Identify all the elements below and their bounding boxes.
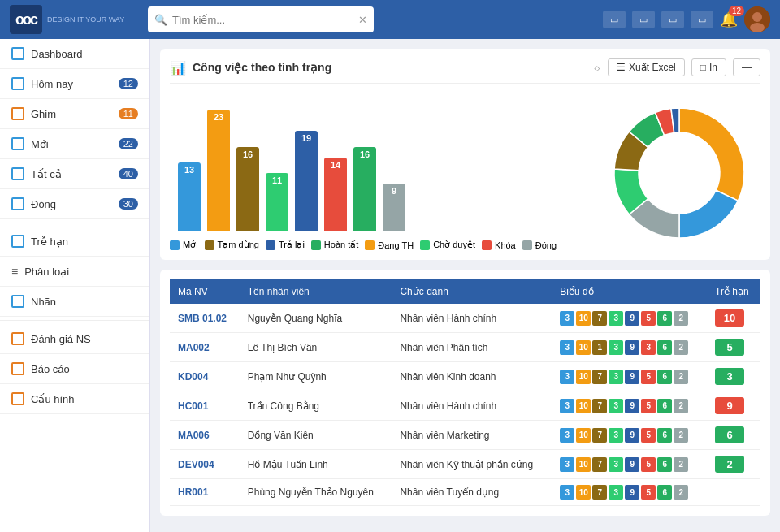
table-row[interactable]: MA006Đồng Văn KiênNhân viên Marketing310…: [170, 421, 760, 450]
legend-dot: [170, 240, 180, 250]
mini-bar: 3: [560, 399, 574, 413]
sidebar-item-ghim[interactable]: Ghim 11: [0, 99, 150, 129]
sidebar-item-homnay[interactable]: Hôm nay 12: [0, 69, 150, 99]
search-bar[interactable]: 🔍 ✕: [148, 6, 374, 32]
trehan-badge: 10: [715, 309, 744, 327]
notification-bell[interactable]: 🔔 12: [720, 11, 738, 28]
cell-name: Nguyễn Quang Nghĩa: [240, 304, 392, 333]
mini-bar: 3: [560, 311, 574, 326]
cell-title: Nhân viên Tuyển dụng: [392, 479, 552, 506]
dashboard-icon: [11, 47, 24, 60]
cell-id: SMB 01.02: [170, 304, 240, 333]
cell-trehan: [707, 479, 760, 506]
print-icon: □: [700, 62, 706, 73]
sidebar-item-trehan[interactable]: Trễ hạn: [0, 227, 150, 257]
bar[interactable]: 19: [295, 131, 318, 231]
cell-bars: 310739562: [552, 362, 707, 391]
mini-bar: 6: [657, 485, 672, 500]
sidebar-item-danhgia[interactable]: Đánh giá NS: [0, 324, 150, 354]
sidebar-item-dashboard[interactable]: Dashboard: [0, 39, 150, 69]
bar-group-Đang TH: 23: [207, 110, 230, 231]
cell-bars: 310139362: [552, 333, 707, 362]
bar-group-Chờ duyệt: 11: [266, 173, 288, 231]
mini-bar: 9: [625, 428, 639, 443]
export-excel-button[interactable]: ☰ Xuất Excel: [608, 58, 685, 76]
legend-label: Khóa: [495, 240, 516, 250]
bar[interactable]: 16: [236, 147, 259, 231]
bar[interactable]: 14: [324, 158, 347, 231]
print-button[interactable]: □ In: [691, 58, 726, 76]
sidebar: Dashboard Hôm nay 12 Ghim 11 Mới 22 Tất …: [0, 39, 150, 532]
mini-bar: 5: [641, 457, 656, 472]
table-row[interactable]: HC001Trần Công BằngNhân viên Hành chính3…: [170, 391, 760, 421]
bar-chart-area: 132316111914169 MớiTạm dừngTrả lạiHoàn t…: [170, 93, 585, 250]
homnay-count: 12: [119, 78, 138, 89]
bar-group-Mới: 13: [178, 162, 201, 231]
table-row[interactable]: MA002Lê Thị Bích VânNhân viên Phân tích3…: [170, 333, 760, 362]
sidebar-divider-1: [0, 223, 150, 223]
mini-bar: 7: [592, 457, 607, 472]
table-row[interactable]: HR001Phùng Nguyễn Thảo NguyênNhân viên T…: [170, 479, 760, 506]
cell-bars: 310739562: [552, 421, 707, 450]
cell-trehan: 10: [707, 304, 760, 333]
mini-bar: 2: [674, 311, 688, 326]
mini-bar: 5: [641, 399, 656, 413]
sidebar-item-moi[interactable]: Mới 22: [0, 129, 150, 159]
donut-segment: [679, 108, 744, 201]
cell-trehan: 5: [707, 333, 760, 362]
bar-group-Tạm dừng: 16: [236, 147, 259, 231]
bar[interactable]: 9: [383, 184, 405, 231]
legend-label: Trả lại: [279, 240, 305, 250]
avatar[interactable]: [744, 6, 770, 32]
panel-menu-button[interactable]: —: [733, 58, 760, 76]
table-col-header: Biểu đồ: [552, 279, 707, 304]
legend-label: Đóng: [535, 240, 557, 250]
table-col-header: Chức danh: [392, 279, 552, 304]
window-icon-3[interactable]: ▭: [661, 11, 684, 28]
table-row[interactable]: KD004Phạm Như QuỳnhNhân viên Kinh doanh3…: [170, 362, 760, 391]
sidebar-item-nhan[interactable]: Nhãn: [0, 287, 150, 317]
legend-item: Hoàn tất: [311, 240, 358, 250]
legend-dot: [311, 240, 321, 250]
search-clear-icon[interactable]: ✕: [358, 14, 367, 26]
sidebar-label-phanloai: Phân loại: [24, 266, 138, 278]
chart-legend: MớiTạm dừngTrả lạiHoàn tấtĐang THChờ duy…: [170, 240, 585, 250]
mini-bar: 7: [592, 399, 607, 413]
sidebar-item-cauhinh[interactable]: Cấu hình: [0, 384, 150, 414]
mini-bar: 6: [657, 399, 672, 413]
search-icon: 🔍: [154, 14, 167, 26]
bar[interactable]: 13: [178, 162, 201, 231]
mini-bar: 6: [657, 428, 672, 443]
sidebar-item-baocao[interactable]: Báo cáo: [0, 354, 150, 384]
sidebar-item-dong[interactable]: Đóng 30: [0, 189, 150, 219]
mini-bar: 5: [641, 428, 656, 443]
topbar: ooc DESIGN IT YOUR WAY 🔍 ✕ ▭ ▭ ▭ ▭ 🔔 12: [0, 0, 780, 39]
sidebar-item-tatca[interactable]: Tất cả 40: [0, 159, 150, 189]
donut-chart-area: [598, 96, 760, 250]
legend-item: Trả lại: [266, 240, 305, 250]
search-input[interactable]: [172, 14, 353, 26]
mini-bar: 3: [609, 399, 623, 413]
bar[interactable]: 16: [353, 147, 376, 231]
mini-bar: 3: [560, 370, 574, 384]
window-icon-2[interactable]: ▭: [632, 11, 655, 28]
cell-id: MA006: [170, 421, 240, 450]
legend-dot: [205, 240, 214, 250]
panel-collapse-icon[interactable]: ⬦: [593, 60, 601, 75]
sidebar-item-phanloai[interactable]: ≡ Phân loại: [0, 257, 150, 287]
bar-group-Trả lại: 19: [295, 131, 318, 231]
mini-bar: 9: [625, 457, 639, 472]
bar[interactable]: 11: [266, 173, 288, 231]
mini-bar: 2: [674, 457, 688, 472]
window-icon-4[interactable]: ▭: [691, 11, 713, 28]
legend-item: Khóa: [482, 240, 516, 250]
cell-bars: 310739562: [552, 450, 707, 479]
mini-bar: 10: [576, 340, 591, 355]
window-icon-1[interactable]: ▭: [603, 11, 626, 28]
table-row[interactable]: DEV004Hồ Mậu Tuấn LinhNhân viên Kỹ thuật…: [170, 450, 760, 479]
cell-title: Nhân viên Kinh doanh: [392, 362, 552, 391]
bar[interactable]: 23: [207, 110, 230, 231]
trehan-icon: [11, 235, 24, 248]
table-row[interactable]: SMB 01.02Nguyễn Quang NghĩaNhân viên Hàn…: [170, 304, 760, 333]
cell-trehan: 6: [707, 421, 760, 450]
